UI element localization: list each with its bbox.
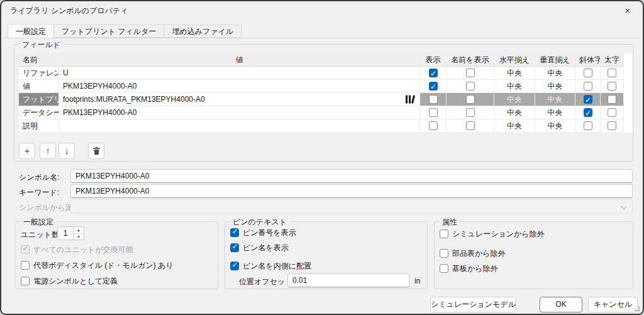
italic-checkbox[interactable] [584, 121, 592, 130]
exclude-from-board-row: 基板から除外 [440, 264, 498, 273]
exclude-from-simulation-row: シミュレーションから除外 [440, 229, 545, 238]
field-name-cell[interactable]: 説明 [19, 119, 59, 133]
fields-groupbox: フィールド 名前 値 表示 名前を表示 水平揃え 垂直揃え 斜体字 太字 リファ… [14, 44, 633, 162]
plus-icon: + [25, 146, 30, 156]
show-checkbox[interactable] [429, 108, 438, 117]
unit-count-stepper[interactable]: 1 ▲ ▼ [57, 226, 84, 240]
pin-name-inside-row: ピン名を内側に配置 [230, 262, 311, 270]
field-name-cell[interactable]: フットプリント [19, 93, 59, 106]
alt-body-style-checkbox[interactable] [21, 261, 30, 270]
v-align-cell[interactable]: 中央 [535, 119, 575, 133]
derive-from-combobox [70, 199, 633, 213]
show-pin-name-row: ピン名を表示 [230, 243, 289, 252]
show-checkbox[interactable] [429, 121, 438, 130]
unit-count-spin-buttons[interactable]: ▲ ▼ [74, 226, 84, 240]
alt-body-style-label: 代替ボディスタイル (ド・モルガン) あり [33, 261, 174, 270]
h-align-cell[interactable]: 中央 [494, 106, 535, 119]
exclude-from-board-checkbox[interactable] [440, 264, 448, 273]
h-align-cell[interactable]: 中央 [494, 119, 535, 133]
position-offset-label: 位置オフセット: [239, 277, 295, 287]
attributes-legend: 属性 [440, 217, 460, 228]
exclude-from-board-label: 基板から除外 [452, 264, 498, 273]
position-offset-input[interactable] [287, 274, 409, 287]
exclude-from-bom-checkbox[interactable] [440, 249, 448, 258]
italic-checkbox[interactable] [584, 82, 592, 91]
v-align-cell[interactable]: 中央 [535, 106, 575, 119]
close-icon[interactable]: × [620, 3, 635, 18]
pin-text-groupbox: ピンのテキスト ピン番号を表示 ピン名を表示 ピン名を内側に配置 位置オフセット… [225, 221, 428, 289]
show-name-checkbox[interactable] [466, 82, 475, 91]
library-books-icon[interactable] [405, 95, 416, 104]
power-symbol-label: 電源シンボルとして定義 [33, 277, 118, 285]
power-symbol-checkbox[interactable] [21, 277, 30, 285]
field-name-cell[interactable]: 値 [19, 80, 59, 93]
exclude-from-simulation-checkbox[interactable] [440, 229, 448, 238]
ok-button[interactable]: OK [540, 297, 582, 312]
field-value-cell[interactable]: PKM13EPYH4000-A0 [59, 106, 420, 119]
v-align-cell[interactable]: 中央 [535, 67, 575, 80]
trash-icon [92, 146, 101, 155]
col-header-v-align[interactable]: 垂直揃え [535, 53, 575, 67]
field-value-cell[interactable]: PKM13EPYH4000-A0 [59, 80, 420, 93]
tab-footprint-filters[interactable]: フットプリント フィルター [54, 25, 164, 38]
field-value-cell[interactable]: U [59, 67, 420, 80]
italic-checkbox[interactable] [584, 108, 592, 117]
general-settings-legend: 一般設定 [21, 217, 56, 228]
col-header-show-name[interactable]: 名前を表示 [447, 53, 494, 67]
field-name-cell[interactable]: リファレンス [19, 67, 59, 80]
italic-checkbox[interactable] [584, 95, 592, 104]
show-pin-number-row: ピン番号を表示 [230, 228, 296, 237]
italic-checkbox[interactable] [584, 69, 592, 77]
show-name-checkbox[interactable] [466, 108, 475, 117]
pin-name-inside-checkbox[interactable] [230, 262, 239, 270]
edit-simulation-model-button[interactable]: シミュレーションモデルを編集... [430, 297, 516, 312]
h-align-cell[interactable]: 中央 [494, 93, 535, 106]
show-name-checkbox[interactable] [466, 69, 475, 77]
field-value-cell[interactable] [59, 119, 420, 133]
tab-general-settings[interactable]: 一般設定 [8, 24, 54, 38]
v-align-cell[interactable]: 中央 [535, 80, 575, 93]
dialog-title: ライブラリ シンボルのプロパティ [10, 6, 128, 15]
spin-down-icon[interactable]: ▼ [74, 234, 84, 240]
col-header-italic[interactable]: 斜体字 [575, 53, 601, 67]
keywords-input[interactable] [70, 184, 633, 198]
bold-checkbox[interactable] [608, 82, 616, 91]
spin-up-icon[interactable]: ▲ [74, 227, 84, 234]
col-header-show[interactable]: 表示 [420, 53, 447, 67]
exclude-from-simulation-label: シミュレーションから除外 [452, 229, 545, 238]
tab-embedded-files[interactable]: 埋め込みファイル [164, 25, 242, 38]
h-align-cell[interactable]: 中央 [494, 67, 535, 80]
move-up-button[interactable]: ↑ [40, 143, 56, 159]
show-checkbox[interactable] [429, 69, 438, 77]
h-align-cell[interactable]: 中央 [494, 80, 535, 93]
show-pin-number-checkbox[interactable] [230, 228, 239, 237]
cancel-button[interactable]: キャンセル (C) [588, 297, 638, 312]
bold-checkbox[interactable] [608, 121, 616, 130]
col-header-value[interactable]: 値 [59, 53, 420, 67]
move-down-button[interactable]: ↓ [58, 143, 75, 159]
show-checkbox[interactable] [429, 95, 438, 104]
show-pin-name-checkbox[interactable] [230, 243, 239, 252]
add-field-button[interactable]: + [19, 143, 35, 159]
unit-count-value[interactable]: 1 [57, 226, 74, 240]
show-pin-number-label: ピン番号を表示 [243, 228, 296, 237]
col-header-name[interactable]: 名前 [19, 53, 59, 67]
show-name-checkbox[interactable] [466, 121, 475, 130]
field-name-cell[interactable]: データシート [19, 106, 59, 119]
show-checkbox[interactable] [429, 82, 438, 91]
delete-field-button[interactable] [88, 143, 104, 159]
col-header-gutter [624, 53, 633, 67]
arrow-down-icon: ↓ [65, 146, 69, 156]
col-header-h-align[interactable]: 水平揃え [494, 53, 535, 67]
v-align-cell[interactable]: 中央 [535, 93, 575, 106]
col-header-bold[interactable]: 太字 [601, 53, 624, 67]
resize-grip[interactable] [635, 306, 640, 311]
bold-checkbox[interactable] [608, 69, 616, 77]
field-value-cell[interactable]: footprints:MURATA_PKM13EPYH4000-A0 [59, 93, 420, 106]
bold-checkbox[interactable] [608, 108, 616, 117]
alt-body-style-row: 代替ボディスタイル (ド・モルガン) あり [21, 261, 174, 270]
symbol-name-input[interactable] [70, 169, 633, 183]
bold-checkbox[interactable] [608, 95, 616, 104]
unit-count-label: ユニット数: [21, 229, 61, 240]
show-name-checkbox[interactable] [466, 95, 475, 104]
